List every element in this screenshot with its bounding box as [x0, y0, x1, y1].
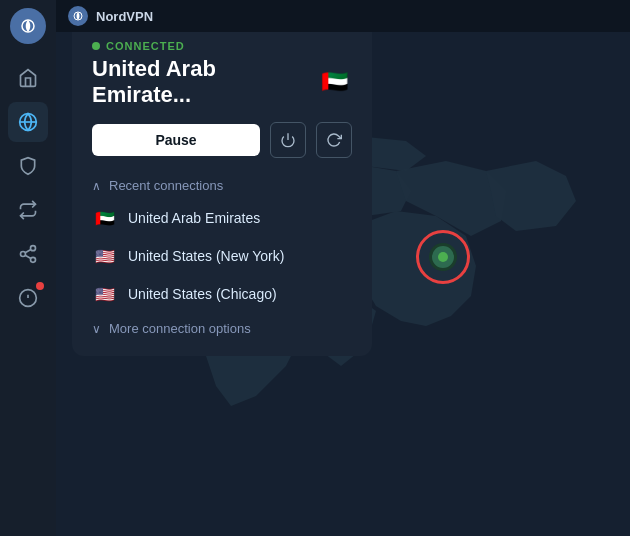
us-ny-flag: 🇺🇸 — [92, 243, 118, 269]
sidebar-item-mesh[interactable] — [8, 234, 48, 274]
pin-inner-circle — [429, 243, 457, 271]
refresh-button[interactable] — [316, 122, 352, 158]
action-row: Pause — [92, 122, 352, 158]
svg-point-3 — [31, 246, 36, 251]
topbar: NordVPN — [56, 0, 630, 32]
sidebar-item-shield[interactable] — [8, 146, 48, 186]
svg-line-7 — [25, 249, 31, 252]
connection-panel: CONNECTED United Arab Emirate... 🇦🇪 Paus… — [72, 20, 372, 356]
connection-item-uae[interactable]: 🇦🇪 United Arab Emirates — [92, 205, 352, 231]
sidebar-item-home[interactable] — [8, 58, 48, 98]
chevron-up-icon: ∧ — [92, 179, 101, 193]
main-content: NordVPN — [56, 0, 630, 536]
power-button[interactable] — [270, 122, 306, 158]
us-ny-name: United States (New York) — [128, 248, 284, 264]
svg-point-4 — [21, 252, 26, 257]
connected-dot — [92, 42, 100, 50]
sidebar-item-alert[interactable] — [8, 278, 48, 318]
topbar-title: NordVPN — [96, 9, 153, 24]
uae-flag: 🇦🇪 — [92, 205, 118, 231]
us-chi-name: United States (Chicago) — [128, 286, 277, 302]
sidebar-item-globe[interactable] — [8, 102, 48, 142]
connection-item-us-ny[interactable]: 🇺🇸 United States (New York) — [92, 243, 352, 269]
us-chi-flag: 🇺🇸 — [92, 281, 118, 307]
sidebar — [0, 0, 56, 536]
pin-dot — [438, 252, 448, 262]
connected-status: CONNECTED — [92, 40, 185, 52]
pause-button[interactable]: Pause — [92, 124, 260, 156]
connected-label-text: CONNECTED — [106, 40, 185, 52]
sidebar-item-transfer[interactable] — [8, 190, 48, 230]
more-options-text: More connection options — [109, 321, 251, 336]
alert-badge — [36, 282, 44, 290]
svg-point-5 — [31, 257, 36, 262]
connection-item-us-chi[interactable]: 🇺🇸 United States (Chicago) — [92, 281, 352, 307]
country-row: United Arab Emirate... 🇦🇪 — [92, 56, 352, 108]
uae-name: United Arab Emirates — [128, 210, 260, 226]
country-flag: 🇦🇪 — [317, 64, 352, 100]
chevron-down-icon: ∨ — [92, 322, 101, 336]
recent-connections-header[interactable]: ∧ Recent connections — [92, 178, 352, 193]
connection-list: 🇦🇪 United Arab Emirates 🇺🇸 United States… — [92, 205, 352, 307]
pin-outer-ring — [416, 230, 470, 284]
country-name: United Arab Emirate... — [92, 56, 317, 108]
app-logo — [10, 8, 46, 44]
connection-pin — [416, 230, 470, 284]
more-options[interactable]: ∨ More connection options — [92, 321, 352, 336]
topbar-logo — [68, 6, 88, 26]
flag-emoji: 🇦🇪 — [321, 69, 348, 95]
recent-connections-title: Recent connections — [109, 178, 223, 193]
panel-header: CONNECTED — [92, 40, 352, 52]
svg-line-6 — [25, 255, 31, 258]
